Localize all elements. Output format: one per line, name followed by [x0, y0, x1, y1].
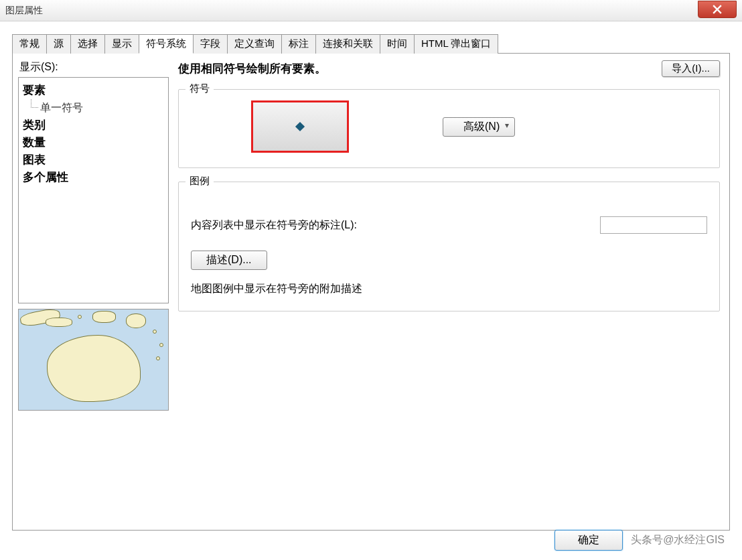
legend-group-legend: 图例 — [186, 175, 214, 188]
diamond-marker-icon — [295, 122, 305, 131]
tab-joins-relates[interactable]: 连接和关联 — [315, 34, 380, 54]
legend-group: 图例 内容列表中显示在符号旁的标注(L): 描述(D)... 地图图例中显示在符… — [178, 182, 720, 311]
tree-single-symbol[interactable]: 单一符号 — [21, 99, 165, 117]
tab-labels[interactable]: 标注 — [281, 34, 316, 54]
window-title: 图层属性 — [5, 5, 43, 17]
close-icon — [713, 5, 722, 14]
legend-label-input[interactable] — [600, 216, 707, 234]
tab-definition-query[interactable]: 定义查询 — [227, 34, 282, 54]
advanced-button[interactable]: 高级(N) — [443, 117, 515, 137]
tab-source[interactable]: 源 — [46, 34, 71, 54]
tab-display[interactable]: 显示 — [104, 34, 139, 54]
ok-button[interactable]: 确定 — [554, 530, 623, 551]
tab-html-popup[interactable]: HTML 弹出窗口 — [414, 34, 498, 54]
map-preview — [18, 309, 169, 411]
describe-help-text: 地图图例中显示在符号旁的附加描述 — [191, 282, 707, 296]
tab-strip: 常规 源 选择 显示 符号系统 字段 定义查询 标注 连接和关联 时间 HTML… — [12, 33, 730, 54]
tree-multiple-attributes[interactable]: 多个属性 — [21, 169, 165, 186]
symbol-preview-button[interactable] — [251, 100, 349, 153]
tree-categories[interactable]: 类别 — [21, 117, 165, 134]
tab-selection[interactable]: 选择 — [70, 34, 105, 54]
sidebar-header: 显示(S): — [18, 59, 169, 77]
symbology-tree: 要素 单一符号 类别 数量 图表 多个属性 — [18, 77, 169, 303]
symbol-group: 符号 高级(N) — [178, 89, 720, 168]
panel-heading: 使用相同符号绘制所有要素。 — [178, 61, 326, 76]
tree-quantities[interactable]: 数量 — [21, 134, 165, 151]
tab-general[interactable]: 常规 — [12, 34, 47, 54]
describe-button[interactable]: 描述(D)... — [191, 251, 267, 270]
tab-fields[interactable]: 字段 — [193, 34, 228, 54]
tab-time[interactable]: 时间 — [380, 34, 415, 54]
tree-charts[interactable]: 图表 — [21, 151, 165, 169]
import-button[interactable]: 导入(I)... — [662, 60, 720, 77]
tree-features[interactable]: 要素 — [21, 82, 165, 99]
watermark-text: 头条号@水经注GIS — [631, 533, 725, 547]
symbol-group-legend: 符号 — [186, 82, 214, 95]
tab-symbology[interactable]: 符号系统 — [139, 34, 194, 54]
legend-label-text: 内容列表中显示在符号旁的标注(L): — [191, 218, 357, 232]
close-button[interactable] — [698, 1, 737, 18]
